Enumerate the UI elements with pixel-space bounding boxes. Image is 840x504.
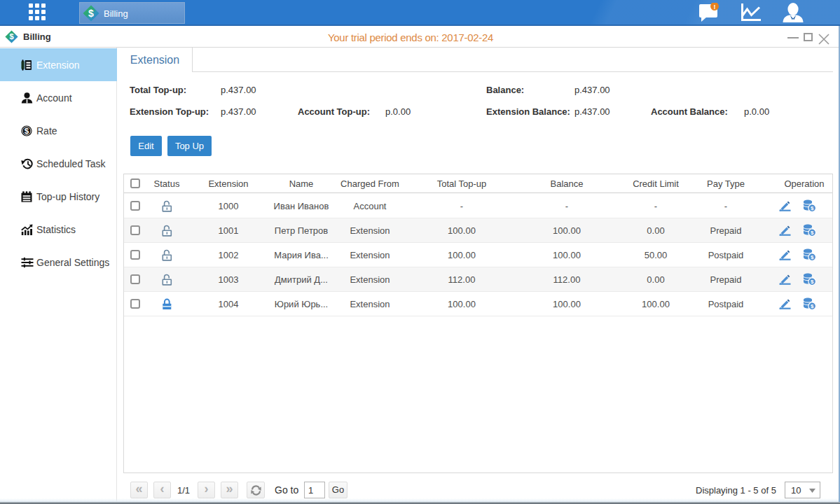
svg-text:$: $ (9, 32, 13, 41)
svg-text:!: ! (714, 4, 716, 10)
svg-text:$: $ (88, 8, 94, 19)
svg-text:$: $ (25, 127, 29, 135)
